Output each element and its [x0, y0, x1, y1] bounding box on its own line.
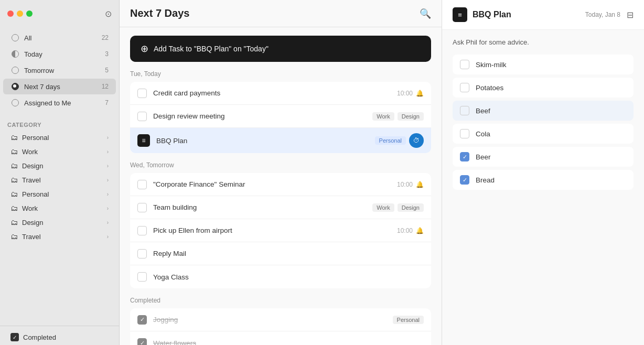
- folder-icon: 🗂: [10, 133, 18, 142]
- task-meta: Work Design: [372, 112, 424, 121]
- sidebar-item-label: Next 7 days: [24, 83, 60, 91]
- task-checkbox-checked[interactable]: [137, 315, 147, 325]
- maximize-button[interactable]: [26, 10, 33, 17]
- task-time: 10:00: [397, 90, 413, 97]
- checklist-item[interactable]: Cola: [453, 124, 634, 144]
- task-checkbox-checked[interactable]: [137, 338, 147, 345]
- section-label-completed: Completed: [130, 297, 431, 304]
- sidebar-item-tomorrow[interactable]: Tomorrow 5: [3, 62, 116, 78]
- main-header: Next 7 Days 🔍: [120, 0, 442, 27]
- checklist-item[interactable]: Potatoes: [453, 78, 634, 98]
- sidebar-item-assigned[interactable]: Assigned to Me 7: [3, 95, 116, 111]
- task-name: Reply Mail: [153, 250, 424, 257]
- checklist-checkbox[interactable]: [460, 60, 469, 69]
- checklist-checkbox[interactable]: [460, 83, 469, 92]
- personal-tag: Personal: [375, 136, 406, 145]
- nav-count: 7: [105, 99, 109, 106]
- category-item-personal1[interactable]: 🗂 Personal ›: [3, 131, 116, 144]
- category-section: Category 🗂 Personal › 🗂 Work › 🗂 Design …: [0, 117, 119, 244]
- task-checkbox[interactable]: [137, 249, 147, 258]
- detail-doc-icon: ≡: [453, 7, 467, 22]
- circle-icon: [10, 98, 20, 107]
- task-row[interactable]: "Corporate Finance" Seminar 10:00 🔔: [130, 173, 431, 196]
- task-row[interactable]: Team building Work Design: [130, 196, 431, 219]
- folder-icon: 🗂: [10, 190, 18, 198]
- checklist-label: Cola: [476, 130, 490, 138]
- folder-icon: 🗂: [10, 204, 18, 212]
- category-item-travel1[interactable]: 🗂 Travel ›: [3, 173, 116, 187]
- category-item-personal2[interactable]: 🗂 Personal ›: [3, 187, 116, 201]
- task-meta: 10:00 🔔: [397, 181, 424, 188]
- close-button[interactable]: [7, 10, 14, 17]
- task-row-bbq[interactable]: ≡ BBQ Plan Personal ⏱: [130, 128, 431, 153]
- completed-section: Completed: [0, 326, 119, 345]
- sidebar-toggle-button[interactable]: ⊙: [105, 9, 112, 19]
- task-checkbox[interactable]: [137, 226, 147, 235]
- task-row[interactable]: Jogging Personal: [130, 308, 431, 331]
- circle-icon: [10, 66, 20, 75]
- category-item-work2[interactable]: 🗂 Work ›: [3, 201, 116, 215]
- section-date-tomorrow: Wed, Tomorrow: [130, 161, 431, 169]
- task-list-tomorrow: "Corporate Finance" Seminar 10:00 🔔 Team…: [130, 173, 431, 288]
- task-meta: 10:00 🔔: [397, 90, 424, 97]
- add-task-button[interactable]: ⊕ Add Task to "BBQ Plan" on "Today": [130, 36, 431, 62]
- task-checkbox[interactable]: [137, 112, 147, 121]
- category-item-travel2[interactable]: 🗂 Travel ›: [3, 230, 116, 243]
- detail-body: Ask Phil for some advice. Skim-milk Pota…: [442, 30, 644, 345]
- folder-icon: 🗂: [10, 232, 18, 241]
- chevron-right-icon: ›: [107, 234, 109, 240]
- category-label: Design: [22, 219, 43, 227]
- task-checkbox[interactable]: [137, 89, 147, 98]
- design-tag: Design: [398, 203, 424, 212]
- task-list-today: Credit card payments 10:00 🔔 Design revi…: [130, 82, 431, 153]
- category-item-design2[interactable]: 🗂 Design ›: [3, 215, 116, 229]
- checklist-item[interactable]: Skim-milk: [453, 55, 634, 74]
- task-checkbox[interactable]: [137, 180, 147, 189]
- detail-header: ≡ BBQ Plan Today, Jan 8 ⊟: [442, 0, 644, 30]
- checklist-checkbox[interactable]: [460, 106, 469, 115]
- sidebar: ⊙ All 22 Today 3 Tomorrow 5 Next 7 days …: [0, 0, 120, 345]
- circle-active-icon: [10, 82, 20, 91]
- sidebar-item-today[interactable]: Today 3: [3, 46, 116, 62]
- task-checkbox[interactable]: [137, 203, 147, 212]
- checklist-checkbox-checked[interactable]: [460, 152, 469, 161]
- task-checkbox[interactable]: [137, 272, 147, 282]
- checklist-item[interactable]: Beer: [453, 147, 634, 167]
- sidebar-item-next7days[interactable]: Next 7 days 12: [3, 79, 116, 94]
- checklist-item-beef[interactable]: Beef: [453, 101, 634, 121]
- category-item-work1[interactable]: 🗂 Work ›: [3, 145, 116, 158]
- minimize-button[interactable]: [17, 10, 23, 17]
- task-meta: 10:00 🔔: [397, 227, 424, 234]
- task-row[interactable]: Reply Mail: [130, 242, 431, 265]
- sidebar-item-label: Assigned to Me: [24, 99, 71, 107]
- category-label: Personal: [22, 134, 49, 142]
- bell-icon: 🔔: [416, 181, 424, 188]
- task-row[interactable]: Credit card payments 10:00 🔔: [130, 82, 431, 105]
- task-row[interactable]: Yoga Class: [130, 265, 431, 288]
- sidebar-item-completed[interactable]: Completed: [3, 330, 116, 344]
- detail-subtitle: Ask Phil for some advice.: [453, 38, 634, 46]
- bell-icon: 🔔: [416, 227, 424, 234]
- nav-count: 12: [102, 83, 109, 90]
- work-tag: Work: [372, 112, 394, 121]
- checklist-checkbox[interactable]: [460, 129, 469, 138]
- sidebar-item-all[interactable]: All 22: [3, 30, 116, 46]
- detail-filter-button[interactable]: ⊟: [627, 10, 634, 20]
- search-button[interactable]: 🔍: [420, 8, 431, 19]
- checklist-label: Skim-milk: [476, 61, 507, 69]
- task-row[interactable]: Pick up Ellen from airport 10:00 🔔: [130, 219, 431, 242]
- checklist-checkbox-checked[interactable]: [460, 175, 469, 185]
- completed-label: Completed: [23, 333, 56, 341]
- circle-half-icon: [10, 49, 20, 59]
- folder-icon: 🗂: [10, 161, 18, 170]
- task-row[interactable]: Design review meeting Work Design: [130, 105, 431, 128]
- task-name: "Corporate Finance" Seminar: [153, 180, 397, 188]
- chevron-right-icon: ›: [107, 163, 109, 169]
- task-list-completed: Jogging Personal Water flowers: [130, 308, 431, 345]
- sidebar-item-label: All: [24, 34, 31, 42]
- checklist-item[interactable]: Bread: [453, 170, 634, 190]
- category-label: Personal: [22, 190, 49, 198]
- task-row[interactable]: Water flowers: [130, 331, 431, 345]
- add-task-label: Add Task to "BBQ Plan" on "Today": [154, 45, 269, 53]
- category-item-design1[interactable]: 🗂 Design ›: [3, 159, 116, 172]
